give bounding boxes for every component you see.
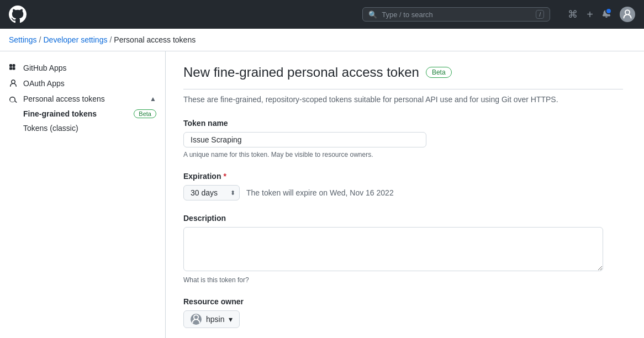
sidebar-item-personal-access-tokens[interactable]: Personal access tokens ▲ (0, 91, 165, 107)
owner-name: hpsin (206, 315, 224, 324)
breadcrumb: Settings / Developer settings / Personal… (0, 29, 644, 51)
sidebar-item-github-apps[interactable]: GitHub Apps (0, 60, 165, 76)
description-hint: What is this token for? (183, 276, 623, 284)
resource-owner-label: Resource owner (183, 297, 623, 306)
top-navigation: 🔍 Type / to search / ⌘ + (0, 0, 644, 29)
description-textarea[interactable] (183, 227, 603, 271)
breadcrumb-sep-1: / (39, 35, 41, 44)
breadcrumb-current: Personal access tokens (114, 35, 196, 44)
description-section: Description What is this token for? (183, 214, 623, 284)
github-apps-label: GitHub Apps (23, 64, 156, 72)
page-title-row: New fine-grained personal access token B… (183, 65, 623, 89)
new-icon[interactable]: + (587, 8, 593, 21)
page-description: These are fine-grained, repository-scope… (183, 94, 623, 105)
tokens-classic-label: Tokens (classic) (23, 124, 156, 133)
grid-icon (9, 64, 18, 72)
main-content: New fine-grained personal access token B… (166, 51, 641, 338)
sidebar-sub-menu: Fine-grained tokens Beta Tokens (classic… (0, 107, 165, 135)
owner-dropdown-icon: ▾ (229, 315, 233, 324)
personal-access-tokens-label: Personal access tokens (23, 94, 144, 103)
token-name-section: Token name A unique name for this token.… (183, 119, 623, 159)
sidebar: GitHub Apps OAuth Apps Personal access t… (0, 51, 166, 338)
breadcrumb-settings[interactable]: Settings (9, 35, 37, 44)
breadcrumb-developer-settings[interactable]: Developer settings (43, 35, 107, 44)
resource-owner-button[interactable]: hpsin ▾ (183, 310, 240, 328)
fine-grained-tokens-label: Fine-grained tokens (23, 109, 129, 118)
expiration-select-wrapper: 7 days 30 days 60 days 90 days Custom...… (183, 185, 240, 200)
token-name-label: Token name (183, 119, 623, 128)
search-icon: 🔍 (368, 10, 377, 19)
expiration-label: Expiration * (183, 172, 623, 181)
oauth-apps-label: OAuth Apps (23, 79, 156, 88)
chevron-up-icon: ▲ (150, 95, 156, 103)
search-placeholder: Type / to search (382, 10, 531, 19)
expiration-row: 7 days 30 days 60 days 90 days Custom...… (183, 185, 623, 200)
topnav-actions: ⌘ + (568, 7, 635, 22)
sidebar-item-fine-grained-tokens[interactable]: Fine-grained tokens Beta (23, 107, 165, 121)
sidebar-item-oauth-apps[interactable]: OAuth Apps (0, 76, 165, 91)
sidebar-item-tokens-classic[interactable]: Tokens (classic) (23, 121, 165, 135)
expiration-note: The token will expire on Wed, Nov 16 202… (246, 188, 394, 197)
resource-owner-section: Resource owner hpsin ▾ (183, 297, 623, 328)
fine-grained-badge: Beta (134, 109, 156, 118)
terminal-icon[interactable]: ⌘ (568, 8, 578, 20)
beta-badge: Beta (426, 67, 452, 78)
github-logo[interactable] (9, 6, 27, 23)
token-name-input[interactable] (183, 132, 426, 147)
description-label: Description (183, 214, 623, 223)
key-icon (9, 94, 18, 103)
expiration-required: * (223, 172, 226, 181)
search-bar[interactable]: 🔍 Type / to search / (362, 7, 550, 22)
person-icon (9, 79, 18, 88)
expiration-select[interactable]: 7 days 30 days 60 days 90 days Custom... (183, 185, 240, 200)
owner-avatar (191, 314, 202, 325)
page-layout: GitHub Apps OAuth Apps Personal access t… (0, 51, 644, 338)
page-title: New fine-grained personal access token (183, 65, 419, 80)
token-name-hint: A unique name for this token. May be vis… (183, 151, 623, 159)
breadcrumb-sep-2: / (109, 35, 112, 44)
search-kbd: / (536, 10, 544, 19)
notifications-icon[interactable] (602, 9, 611, 20)
expiration-section: Expiration * 7 days 30 days 60 days 90 d… (183, 172, 623, 200)
user-avatar[interactable] (620, 7, 635, 22)
